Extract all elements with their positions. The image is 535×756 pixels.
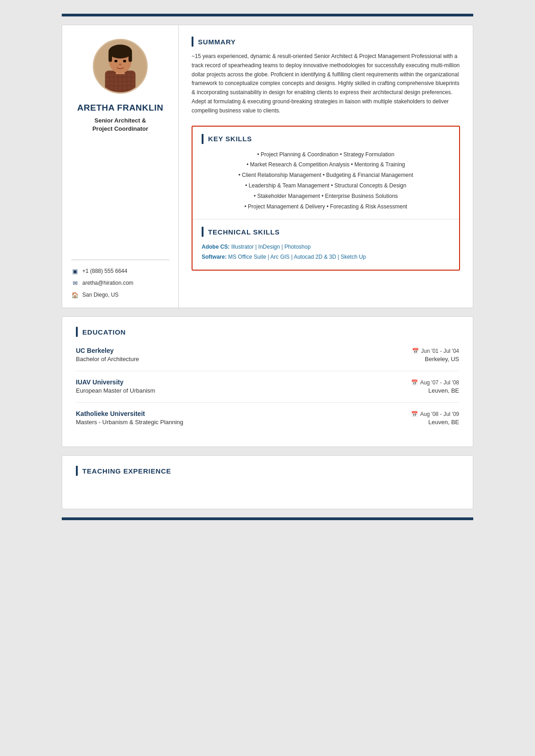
edu-institution-0: UC Berkeley xyxy=(76,347,114,354)
avatar xyxy=(93,39,148,94)
technical-skills-title: TECHNICAL SKILLS xyxy=(208,228,280,236)
edu-location-0: Berkeley, US xyxy=(425,356,459,362)
edu-date-0: 📅 Jun '01 - Jul '04 xyxy=(412,348,459,354)
skill-item: • Leadership & Team Management • Structu… xyxy=(202,181,450,191)
edu-institution-1: IUAV University xyxy=(76,378,123,386)
svg-point-9 xyxy=(123,60,126,63)
phone-text: +1 (888) 555 6644 xyxy=(82,268,127,274)
svg-point-10 xyxy=(119,64,122,65)
top-card: ARETHA FRANKLiN Senior Architect & Proje… xyxy=(62,25,473,308)
skill-item: • Stakeholder Management • Enterprise Bu… xyxy=(202,191,450,202)
edu-date-text-1: Aug '07 - Jul '08 xyxy=(420,379,459,386)
adobe-label: Adobe CS: xyxy=(202,244,230,250)
summary-header: SUMMARY xyxy=(192,37,460,47)
key-skills-inner: KEY SKILLS • Project Planning & Coordina… xyxy=(193,127,459,219)
technical-skills-header: TECHNICAL SKILLS xyxy=(202,227,450,237)
calendar-icon-0: 📅 xyxy=(412,348,419,354)
education-title: EDUCATION xyxy=(82,328,126,336)
svg-rect-6 xyxy=(108,52,112,62)
edu-entry-2: Katholieke Universiteit 📅 Aug '08 - Jul … xyxy=(76,410,459,426)
teaching-bar xyxy=(76,466,78,476)
bottom-accent-bar xyxy=(62,517,473,520)
red-border-box: KEY SKILLS • Project Planning & Coordina… xyxy=(192,126,460,271)
location-text: San Diego, US xyxy=(82,292,118,298)
calendar-icon-2: 📅 xyxy=(411,411,418,417)
summary-title: SUMMARY xyxy=(198,38,236,46)
skill-item: • Client Relationship Management • Budge… xyxy=(202,170,450,181)
edu-location-1: Leuven, BE xyxy=(428,387,459,394)
education-card: EDUCATION UC Berkeley 📅 Jun '01 - Jul '0… xyxy=(62,316,473,447)
key-skills-header: KEY SKILLS xyxy=(202,134,450,144)
edu-date-text-0: Jun '01 - Jul '04 xyxy=(421,348,459,354)
location-icon: 🏠 xyxy=(71,291,79,298)
edu-location-2: Leuven, BE xyxy=(428,419,459,426)
contact-location: 🏠 San Diego, US xyxy=(71,291,169,298)
education-header: EDUCATION xyxy=(76,327,459,337)
summary-section: SUMMARY ~15 years experienced, dynamic &… xyxy=(192,37,460,116)
name-title-block: ARETHA FRANKLiN Senior Architect & Proje… xyxy=(77,103,163,133)
adobe-value: Illustrator | InDesign | Photoshop xyxy=(231,244,311,250)
email-icon: ✉ xyxy=(71,279,79,287)
svg-point-8 xyxy=(114,60,118,63)
edu-institution-2: Katholieke Universiteit xyxy=(76,410,145,417)
edu-date-text-2: Aug '08 - Jul '09 xyxy=(420,411,459,417)
left-column: ARETHA FRANKLiN Senior Architect & Proje… xyxy=(62,25,179,308)
teaching-header: TEACHING EXPERIENCE xyxy=(76,466,459,476)
technical-skills-bar xyxy=(202,227,203,237)
key-skills-bar xyxy=(202,134,203,144)
resume-page: ARETHA FRANKLiN Senior Architect & Proje… xyxy=(62,14,473,520)
edu-degree-0: Bachelor of Architecture xyxy=(76,356,139,362)
software-label: Software: xyxy=(202,254,227,260)
contact-block: ▣ +1 (888) 555 6644 ✉ aretha@hiration.co… xyxy=(71,260,169,298)
edu-entry-0: UC Berkeley 📅 Jun '01 - Jul '04 Bachelor… xyxy=(76,347,459,362)
teaching-title: TEACHING EXPERIENCE xyxy=(82,467,171,475)
phone-icon: ▣ xyxy=(71,267,79,275)
edu-degree-2: Masters - Urbanism & Strategic Planning xyxy=(76,419,183,426)
edu-row-main-0: UC Berkeley 📅 Jun '01 - Jul '04 xyxy=(76,347,459,354)
summary-bar xyxy=(192,37,193,47)
edu-entry-1: IUAV University 📅 Aug '07 - Jul '08 Euro… xyxy=(76,378,459,394)
edu-date-1: 📅 Aug '07 - Jul '08 xyxy=(411,379,459,386)
svg-point-5 xyxy=(108,45,132,59)
skill-item: • Project Management & Delivery • Foreca… xyxy=(202,202,450,212)
person-title: Senior Architect & Project Coordinator xyxy=(77,117,163,133)
edu-separator-1 xyxy=(76,402,459,403)
skill-item: • Market Research & Competition Analysis… xyxy=(202,160,450,170)
calendar-icon-1: 📅 xyxy=(411,379,418,386)
key-skills-title: KEY SKILLS xyxy=(208,135,252,143)
edu-separator-0 xyxy=(76,371,459,371)
contact-phone: ▣ +1 (888) 555 6644 xyxy=(71,267,169,275)
right-column: SUMMARY ~15 years experienced, dynamic &… xyxy=(179,25,473,308)
email-text: aretha@hiration.com xyxy=(82,280,134,286)
contact-email: ✉ aretha@hiration.com xyxy=(71,279,169,287)
edu-degree-1: European Master of Urbanism xyxy=(76,387,155,394)
svg-rect-7 xyxy=(128,52,132,62)
title-line2: Project Coordinator xyxy=(92,125,148,132)
tech-software-line: Software: MS Office Suite | Arc GIS | Au… xyxy=(202,252,450,262)
title-line1: Senior Architect & xyxy=(95,117,146,124)
technical-skills-inner: TECHNICAL SKILLS Adobe CS: Illustrator |… xyxy=(193,219,459,269)
edu-row-sub-0: Bachelor of Architecture Berkeley, US xyxy=(76,356,459,362)
edu-row-sub-1: European Master of Urbanism Leuven, BE xyxy=(76,387,459,394)
skill-item: • Project Planning & Coordination • Stra… xyxy=(202,149,450,160)
edu-date-2: 📅 Aug '08 - Jul '09 xyxy=(411,411,459,417)
edu-row-sub-2: Masters - Urbanism & Strategic Planning … xyxy=(76,419,459,426)
edu-row-main-2: Katholieke Universiteit 📅 Aug '08 - Jul … xyxy=(76,410,459,417)
summary-text: ~15 years experienced, dynamic & result-… xyxy=(192,52,460,116)
person-name: ARETHA FRANKLiN xyxy=(77,103,163,113)
skills-list: • Project Planning & Coordination • Stra… xyxy=(202,149,450,212)
top-accent-bar xyxy=(62,14,473,16)
tech-adobe-line: Adobe CS: Illustrator | InDesign | Photo… xyxy=(202,242,450,252)
teaching-card: TEACHING EXPERIENCE xyxy=(62,455,473,509)
edu-row-main-1: IUAV University 📅 Aug '07 - Jul '08 xyxy=(76,378,459,386)
software-value: MS Office Suite | Arc GIS | Autocad 2D &… xyxy=(228,254,366,260)
education-bar xyxy=(76,327,78,337)
